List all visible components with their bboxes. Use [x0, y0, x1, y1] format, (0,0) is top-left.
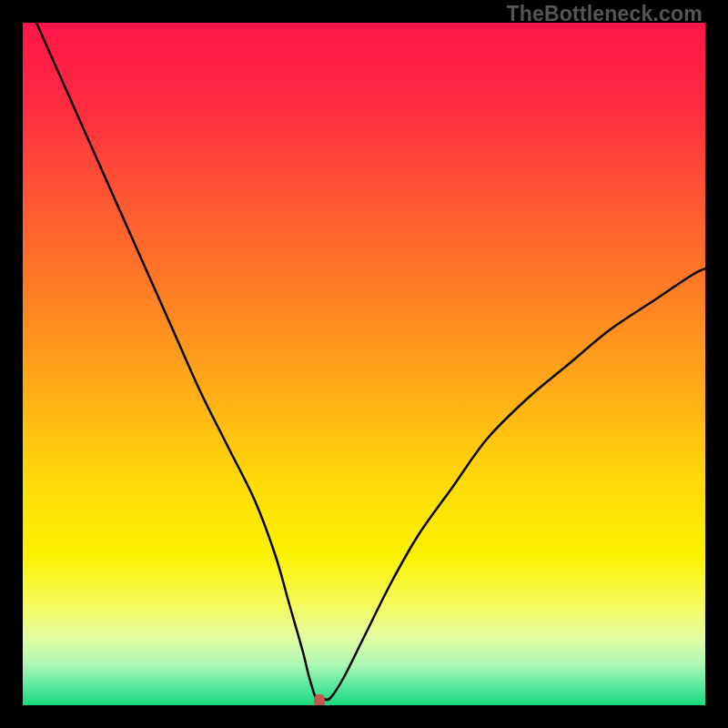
chart-frame: TheBottleneck.com — [0, 0, 728, 728]
watermark-text: TheBottleneck.com — [506, 2, 703, 26]
plot-area — [23, 23, 705, 705]
bottleneck-curve — [23, 23, 705, 705]
optimal-point-marker — [314, 694, 325, 705]
